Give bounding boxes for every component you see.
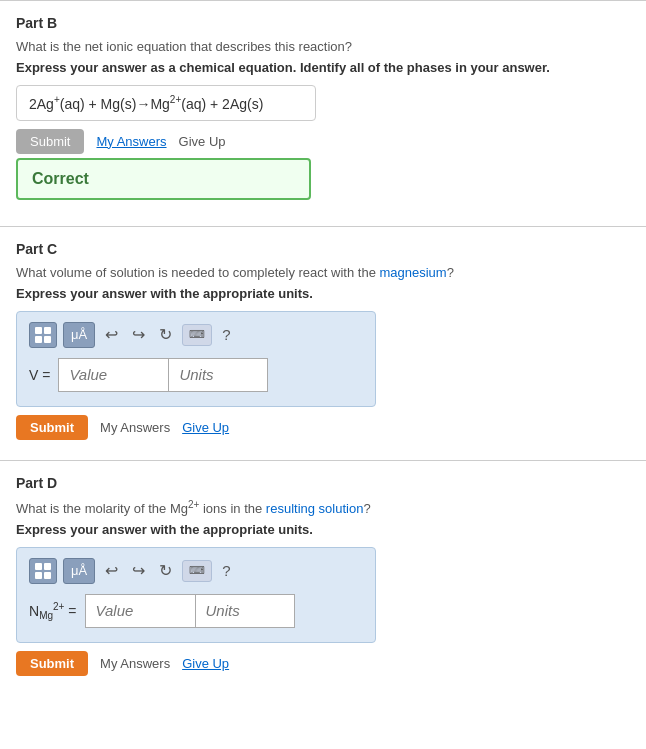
part-c-toolbar: μÅ ↩ ↪ ↻ ⌨ ? bbox=[29, 322, 363, 348]
grid-icon bbox=[35, 327, 51, 343]
part-c-question: What volume of solution is needed to com… bbox=[16, 265, 630, 280]
part-d-kbd-button[interactable]: ⌨ bbox=[182, 560, 212, 582]
grid-icon-d bbox=[35, 563, 51, 579]
part-c-submit-button[interactable]: Submit bbox=[16, 415, 88, 440]
part-d-submit-button[interactable]: Submit bbox=[16, 651, 88, 676]
part-b-label: Part B bbox=[16, 15, 630, 31]
part-d-grid-button[interactable] bbox=[29, 558, 57, 584]
part-b-correct-label: Correct bbox=[32, 170, 89, 187]
part-d-mu-label: μÅ bbox=[71, 563, 87, 578]
part-d-redo-button[interactable]: ↪ bbox=[128, 559, 149, 582]
part-c-refresh-button[interactable]: ↻ bbox=[155, 323, 176, 346]
part-c-input-area: μÅ ↩ ↪ ↻ ⌨ ? V = bbox=[16, 311, 376, 407]
part-b-instruction: Express your answer as a chemical equati… bbox=[16, 60, 630, 75]
part-b-give-up-text: Give Up bbox=[179, 134, 226, 149]
part-c-question-end: ? bbox=[447, 265, 454, 280]
part-d-question-highlight: resulting solution bbox=[266, 501, 364, 516]
part-d-question-end: ? bbox=[363, 501, 370, 516]
part-d-section: Part D What is the molarity of the Mg2+ … bbox=[0, 460, 646, 696]
part-b-my-answers-link[interactable]: My Answers bbox=[96, 134, 166, 149]
part-c-redo-button[interactable]: ↪ bbox=[128, 323, 149, 346]
part-b-section: Part B What is the net ionic equation th… bbox=[0, 0, 646, 226]
part-c-actions: Submit My Answers Give Up bbox=[16, 415, 630, 440]
part-b-question: What is the net ionic equation that desc… bbox=[16, 39, 630, 54]
part-c-undo-button[interactable]: ↩ bbox=[101, 323, 122, 346]
part-d-refresh-button[interactable]: ↻ bbox=[155, 559, 176, 582]
part-d-label: Part D bbox=[16, 475, 630, 491]
part-c-section: Part C What volume of solution is needed… bbox=[0, 226, 646, 460]
part-d-units-input[interactable] bbox=[195, 594, 295, 628]
part-c-input-row: V = bbox=[29, 358, 363, 392]
part-c-instruction: Express your answer with the appropriate… bbox=[16, 286, 630, 301]
part-b-actions: Submit My Answers Give Up bbox=[16, 129, 630, 154]
part-b-equation-box: 2Ag+(aq) + Mg(s)→Mg2+(aq) + 2Ag(s) bbox=[16, 85, 316, 121]
part-d-mu-button[interactable]: μÅ bbox=[63, 558, 95, 584]
part-d-instruction: Express your answer with the appropriate… bbox=[16, 522, 630, 537]
part-c-question-start: What volume of solution is needed to com… bbox=[16, 265, 379, 280]
part-c-grid-button[interactable] bbox=[29, 322, 57, 348]
part-c-kbd-button[interactable]: ⌨ bbox=[182, 324, 212, 346]
part-d-input-row: NMg2+ = bbox=[29, 594, 363, 628]
part-c-my-answers-text: My Answers bbox=[100, 420, 170, 435]
part-b-submit-button[interactable]: Submit bbox=[16, 129, 84, 154]
part-c-label: Part C bbox=[16, 241, 630, 257]
part-d-toolbar: μÅ ↩ ↪ ↻ ⌨ ? bbox=[29, 558, 363, 584]
part-c-units-input[interactable] bbox=[168, 358, 268, 392]
part-d-kbd-icon: ⌨ bbox=[189, 564, 205, 576]
part-c-give-up-link[interactable]: Give Up bbox=[182, 420, 229, 435]
part-d-undo-button[interactable]: ↩ bbox=[101, 559, 122, 582]
part-d-my-answers-text: My Answers bbox=[100, 656, 170, 671]
part-d-help-icon[interactable]: ? bbox=[218, 560, 234, 581]
part-c-mu-button[interactable]: μÅ bbox=[63, 322, 95, 348]
part-d-value-input[interactable] bbox=[85, 594, 195, 628]
part-c-mu-label: μÅ bbox=[71, 327, 87, 342]
part-d-input-area: μÅ ↩ ↪ ↻ ⌨ ? NMg2+ = bbox=[16, 547, 376, 643]
part-c-question-highlight: magnesium bbox=[379, 265, 446, 280]
part-d-actions: Submit My Answers Give Up bbox=[16, 651, 630, 676]
part-c-help-icon[interactable]: ? bbox=[218, 324, 234, 345]
part-c-kbd-icon: ⌨ bbox=[189, 328, 205, 340]
part-d-variable-label: NMg2+ = bbox=[29, 601, 77, 621]
part-b-equation: 2Ag+(aq) + Mg(s)→Mg2+(aq) + 2Ag(s) bbox=[29, 96, 263, 112]
part-d-give-up-link[interactable]: Give Up bbox=[182, 656, 229, 671]
part-c-variable-label: V = bbox=[29, 367, 50, 383]
part-c-value-input[interactable] bbox=[58, 358, 168, 392]
part-d-question-start: What is the molarity of the Mg2+ ions in… bbox=[16, 501, 266, 516]
part-b-correct-box: Correct bbox=[16, 158, 311, 200]
part-d-question: What is the molarity of the Mg2+ ions in… bbox=[16, 499, 630, 516]
